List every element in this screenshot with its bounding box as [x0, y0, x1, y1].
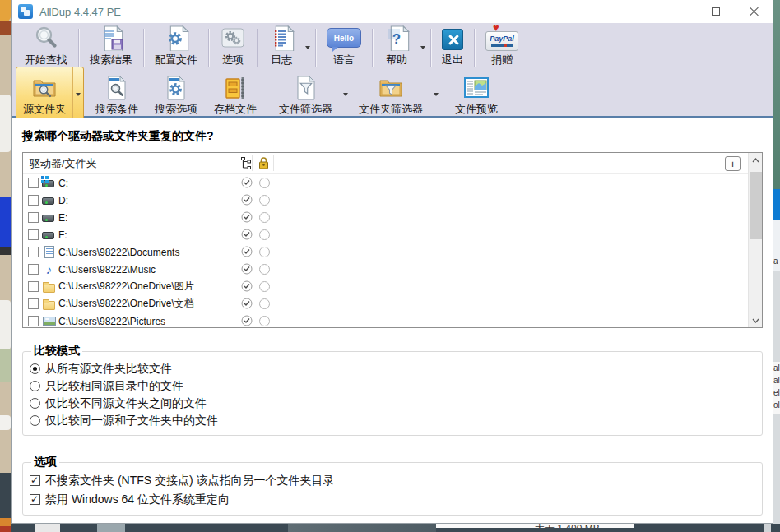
row-checkbox[interactable] [28, 229, 39, 240]
folder-filter-dropdown-arrow[interactable] [431, 67, 441, 122]
toolbar-button-label: 文件筛选器 [279, 102, 332, 117]
radio-option[interactable]: 只比较相同源目录中的文件 [30, 377, 755, 395]
subfolders-check-icon[interactable] [241, 246, 253, 260]
subfolders-check-icon[interactable] [241, 211, 253, 225]
list-item-drive-e[interactable]: E: [23, 209, 762, 226]
pictures-icon [41, 315, 57, 328]
desktop-fragment [0, 526, 11, 532]
toolbar-group-help: ? 帮助 [375, 23, 428, 72]
radio-icon[interactable] [30, 415, 40, 426]
list-item-onedrive-documents[interactable]: C:\Users\98222\OneDrive\文档 [23, 295, 762, 312]
radio-option[interactable]: 仅比较同一源和子文件夹中的文件 [30, 412, 755, 429]
tab-file-filter[interactable]: 文件筛选器 [271, 67, 341, 122]
row-checkbox[interactable] [28, 281, 39, 292]
file-filter-dropdown-arrow[interactable] [341, 67, 351, 122]
toolbar-button-donate[interactable]: ♥ PayPal 捐赠 [477, 23, 527, 72]
desktop-fragment [0, 518, 11, 526]
background-fragment [773, 0, 780, 189]
background-window-right: a alalelol [773, 0, 780, 532]
row-checkbox[interactable] [28, 178, 39, 188]
column-separator [252, 155, 253, 171]
checkbox-option[interactable]: 不搜索文件夹 (NTFS 交接点) 该点指向另一个文件夹目录 [30, 471, 755, 490]
list-item-documents[interactable]: C:\Users\98222\Documents [23, 243, 762, 261]
tab-search-options[interactable]: 搜索选项 [146, 67, 206, 122]
subfolders-check-icon[interactable] [241, 280, 253, 294]
list-item-onedrive-pictures[interactable]: C:\Users\98222\OneDrive\图片 [23, 278, 762, 295]
protect-radio[interactable] [259, 316, 270, 326]
checkbox-option[interactable]: 禁用 Windows 64 位文件系统重定向 [30, 490, 755, 509]
list-item-music[interactable]: ♪ C:\Users\98222\Music [23, 261, 762, 278]
row-checkbox[interactable] [28, 298, 39, 309]
source-folders-dropdown-arrow[interactable] [72, 67, 83, 121]
list-item-drive-c[interactable]: C: [23, 174, 762, 192]
protect-radio[interactable] [259, 229, 270, 240]
toolbar-button-label: 配置文件 [155, 53, 197, 67]
radio-option[interactable]: 仅比较不同源文件夹之间的文件 [30, 395, 755, 412]
list-item-drive-f[interactable]: F: [23, 226, 762, 243]
toolbar-button-search-results[interactable]: 搜索结果 [81, 23, 141, 72]
row-checkbox[interactable] [28, 195, 39, 206]
protect-radio[interactable] [259, 247, 270, 257]
chevron-up-icon [752, 158, 759, 163]
protect-radio[interactable] [259, 212, 270, 223]
toolbar-button-log[interactable]: 日志 [260, 23, 303, 72]
subfolders-check-icon[interactable] [241, 177, 253, 191]
protect-radio[interactable] [259, 264, 270, 275]
add-folder-button[interactable]: + [725, 156, 741, 171]
scroll-down-button[interactable] [749, 313, 763, 327]
toolbar-button-help[interactable]: ? 帮助 [375, 23, 418, 72]
text-fragment: al [773, 363, 780, 372]
row-checkbox[interactable] [28, 212, 39, 223]
compare-mode-group: 比较模式 从所有源文件夹比较文件 只比较相同源目录中的文件 仅比较不同源文件夹之… [22, 344, 763, 436]
list-item-drive-d[interactable]: D: [23, 192, 762, 209]
subfolders-check-icon[interactable] [241, 315, 253, 328]
tab-source-folders[interactable]: 源文件夹 [16, 67, 84, 122]
protect-radio[interactable] [259, 195, 270, 206]
subfolders-check-icon[interactable] [241, 229, 253, 243]
radio-icon[interactable] [30, 363, 40, 374]
radio-icon[interactable] [30, 398, 40, 409]
tab-search-criteria[interactable]: 搜索条件 [87, 67, 146, 122]
help-dropdown-arrow[interactable] [418, 23, 428, 72]
desktop-fragment [0, 247, 11, 255]
protect-radio[interactable] [259, 178, 270, 188]
radio-option[interactable]: 从所有源文件夹比较文件 [30, 360, 755, 377]
row-checkbox[interactable] [28, 316, 39, 326]
subfolders-check-icon[interactable] [241, 298, 253, 312]
tab-file-preview[interactable]: 文件预览 [447, 67, 506, 122]
toolbar-button-language[interactable]: Hello 语言 [318, 23, 369, 72]
protect-radio[interactable] [259, 281, 270, 292]
subfolders-check-icon[interactable] [241, 194, 253, 208]
source-folder-list: 驱动器/文件夹 + C: [22, 152, 763, 328]
close-button[interactable] [735, 0, 773, 23]
search-criteria-icon [105, 76, 128, 100]
toolbar-button-options[interactable]: 选项 [211, 23, 254, 72]
list-header[interactable]: 驱动器/文件夹 + [23, 153, 762, 174]
subfolders-check-icon[interactable] [241, 263, 253, 277]
minimize-button[interactable] [659, 0, 697, 23]
toolbar-button-exit[interactable]: 退出 [434, 23, 471, 72]
folder-path: F: [58, 229, 67, 241]
log-dropdown-arrow[interactable] [303, 23, 313, 72]
checkbox-icon[interactable] [30, 494, 40, 505]
toolbar-button-profiles[interactable]: 配置文件 [146, 23, 206, 72]
list-item-pictures[interactable]: C:\Users\98222\Pictures [23, 312, 762, 328]
row-checkbox[interactable] [28, 264, 39, 275]
scroll-up-button[interactable] [749, 153, 763, 167]
scrollbar-thumb[interactable] [750, 172, 762, 239]
group-title: 比较模式 [31, 344, 82, 359]
tab-archive-files[interactable]: 存档文件 [206, 67, 265, 122]
page-heading: 搜索哪个驱动器或文件夹重复的文件? [22, 129, 773, 144]
toolbar-button-label: 语言 [333, 53, 355, 67]
maximize-button[interactable] [697, 0, 735, 23]
protect-radio[interactable] [259, 298, 270, 309]
titlebar: AllDup 4.4.47 PE [12, 0, 773, 23]
radio-icon[interactable] [30, 381, 40, 391]
checkbox-icon[interactable] [30, 475, 40, 486]
row-checkbox[interactable] [28, 247, 39, 257]
radio-label: 从所有源文件夹比较文件 [45, 362, 172, 377]
toolbar-button-start-search[interactable]: 开始查找 [16, 23, 76, 72]
main-toolbar: 开始查找 搜索结果 [12, 23, 773, 72]
tab-folder-filter[interactable]: 文件夹筛选器 [351, 67, 431, 122]
vertical-scrollbar[interactable] [748, 153, 762, 327]
